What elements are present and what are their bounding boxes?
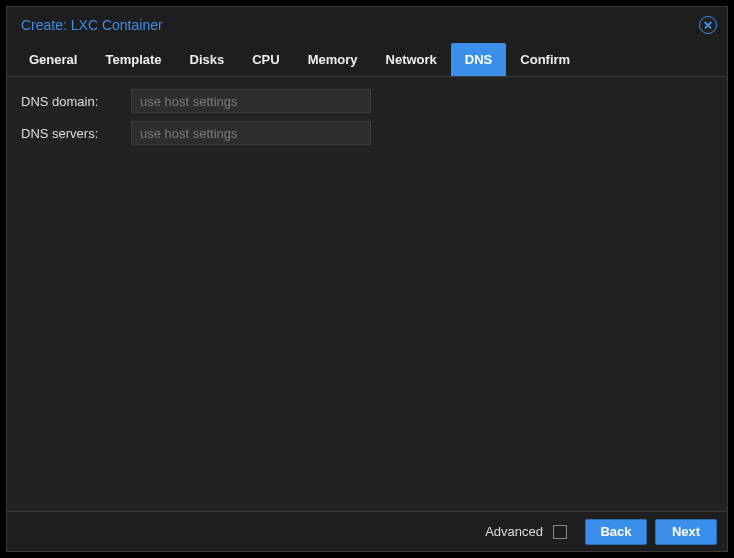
- advanced-label: Advanced: [485, 524, 543, 539]
- tab-dns[interactable]: DNS: [451, 43, 506, 76]
- tab-disks[interactable]: Disks: [176, 43, 239, 76]
- tab-bar: General Template Disks CPU Memory Networ…: [7, 43, 727, 77]
- tab-general[interactable]: General: [15, 43, 91, 76]
- tab-cpu[interactable]: CPU: [238, 43, 293, 76]
- row-dns-domain: DNS domain:: [21, 89, 713, 113]
- form-area: DNS domain: DNS servers:: [7, 77, 727, 511]
- tab-network[interactable]: Network: [372, 43, 451, 76]
- close-icon[interactable]: [699, 16, 717, 34]
- titlebar: Create: LXC Container: [7, 7, 727, 43]
- input-dns-domain[interactable]: [131, 89, 371, 113]
- label-dns-domain: DNS domain:: [21, 94, 131, 109]
- dialog-window: Create: LXC Container General Template D…: [6, 6, 728, 552]
- tab-confirm[interactable]: Confirm: [506, 43, 584, 76]
- next-button[interactable]: Next: [655, 519, 717, 545]
- label-dns-servers: DNS servers:: [21, 126, 131, 141]
- row-dns-servers: DNS servers:: [21, 121, 713, 145]
- back-button[interactable]: Back: [585, 519, 647, 545]
- advanced-checkbox[interactable]: [553, 525, 567, 539]
- footer: Advanced Back Next: [7, 511, 727, 551]
- tab-template[interactable]: Template: [91, 43, 175, 76]
- window-title: Create: LXC Container: [21, 17, 699, 33]
- tab-memory[interactable]: Memory: [294, 43, 372, 76]
- input-dns-servers[interactable]: [131, 121, 371, 145]
